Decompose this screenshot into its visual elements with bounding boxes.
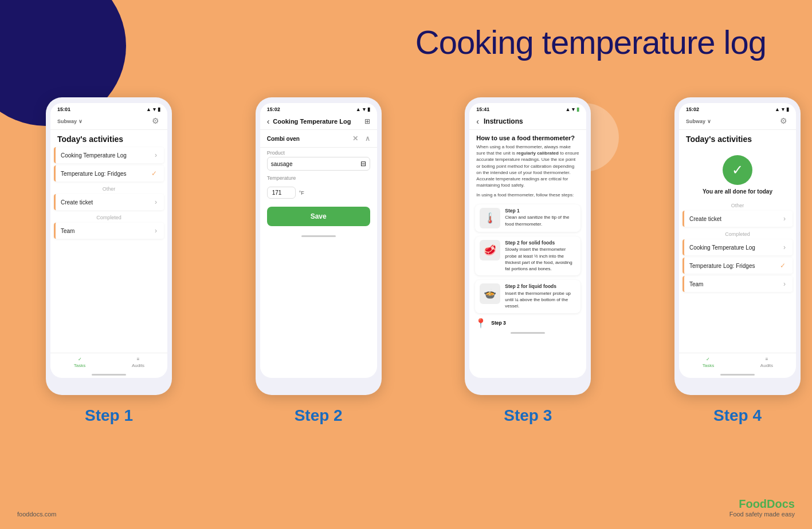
step-3-partial: 📍 Step 3 — [469, 315, 586, 329]
phone-2-status-icons: ▲ ▾ ▮ — [356, 106, 370, 112]
signal-icon: ▲ — [146, 106, 151, 112]
battery-icon: ▮ — [158, 106, 160, 112]
wifi-icon: ▾ — [572, 106, 575, 112]
list-item[interactable]: Temperature Log: Fridges ✓ — [54, 165, 164, 181]
chevron-up-icon[interactable]: ∧ — [365, 135, 370, 143]
signal-icon: ▲ — [775, 106, 780, 112]
nav-audits[interactable]: ≡ Audits — [738, 357, 796, 368]
chevron-right-icon: › — [155, 198, 157, 206]
gear-icon[interactable]: ⚙ — [150, 116, 160, 126]
phone-2-section: Combi oven ✕ ∧ — [260, 130, 377, 148]
phone-4-section-title: Today's activities — [679, 130, 796, 146]
chevron-right-icon: › — [783, 243, 786, 251]
save-button[interactable]: Save — [267, 207, 370, 226]
wifi-icon: ▾ — [363, 106, 366, 112]
section-completed: Completed — [50, 211, 167, 222]
back-icon[interactable]: ‹ — [267, 117, 270, 126]
phone-2-inner: 15:02 ▲ ▾ ▮ ‹ Cooking Temperature Log ⊞ … — [260, 103, 377, 378]
phone-1-header: Subway ∨ ⚙ — [50, 113, 167, 130]
phone-2-header: ‹ Cooking Temperature Log ⊞ — [260, 113, 377, 130]
section-other: Other — [50, 183, 167, 193]
step-label-3: Step 3 — [465, 406, 591, 425]
phones-row: 15:01 ▲ ▾ ▮ Subway ∨ ⚙ Today's activitie… — [46, 97, 801, 395]
audits-icon: ≡ — [766, 357, 768, 362]
phone-2-temperature-row: 171 °F — [260, 184, 377, 201]
product-value[interactable]: sausage ⊟ — [267, 157, 370, 171]
nav-audits[interactable]: ≡ Audits — [109, 357, 167, 368]
phone-3-time: 15:41 — [476, 106, 489, 112]
back-icon[interactable]: ‹ — [476, 117, 479, 126]
phone-3: 15:41 ▲ ▾ ▮ ‹ Instructions How to use a … — [465, 97, 591, 395]
tasks-icon: ✓ — [706, 357, 710, 362]
temperature-value[interactable]: 171 — [267, 187, 296, 199]
gear-icon[interactable]: ⚙ — [779, 116, 789, 126]
list-item[interactable]: Cooking Temperature Log › — [682, 239, 793, 255]
footer-brand: FoodDocs Food safety made easy — [729, 498, 795, 518]
battery-icon: ▮ — [786, 106, 789, 112]
phone-4-header: Subway ∨ ⚙ — [679, 113, 796, 130]
phone-3-header: ‹ Instructions — [469, 113, 586, 130]
phone-3-title: Instructions — [484, 117, 523, 125]
step-card-3: 🍲 Step 2 for liquid foods Insert the the… — [475, 280, 580, 313]
footer-url: fooddocs.com — [17, 511, 56, 518]
tasks-icon: ✓ — [78, 357, 82, 362]
list-item[interactable]: Create ticket › — [682, 211, 793, 227]
chevron-right-icon: › — [155, 227, 157, 235]
done-area: ✓ You are all done for today — [679, 146, 796, 199]
done-text: You are all done for today — [703, 188, 772, 195]
phone-4-location[interactable]: Subway ∨ — [686, 117, 711, 124]
temperature-unit: °F — [299, 190, 304, 199]
list-item[interactable]: Team › — [54, 223, 164, 239]
phone-4-inner: 15:02 ▲ ▾ ▮ Subway ∨ ⚙ Today's activitie… — [679, 103, 796, 378]
chevron-right-icon: › — [155, 151, 157, 159]
brand-tagline: Food safety made easy — [729, 511, 795, 518]
step-card-1: 🌡️ Step 1 Clean and sanitize the tip of … — [475, 204, 580, 232]
chevron-right-icon: › — [783, 215, 786, 223]
how-to-title: How to use a food thermometer? — [469, 130, 586, 144]
scan-icon: ⊟ — [360, 160, 366, 168]
audits-icon: ≡ — [137, 357, 140, 362]
signal-icon: ▲ — [565, 106, 570, 112]
done-check-circle: ✓ — [723, 155, 752, 185]
phone-1-location[interactable]: Subway ∨ — [57, 117, 83, 124]
step-2-solid-icon: 🥩 — [480, 240, 500, 260]
steps-row: Step 1 Step 2 Step 3 Step 4 — [46, 406, 801, 425]
check-icon: ✓ — [151, 169, 157, 177]
phone-2-status-bar: 15:02 ▲ ▾ ▮ — [260, 103, 377, 113]
phone-1-status-bar: 15:01 ▲ ▾ ▮ — [50, 103, 167, 113]
step-1-text: Step 1 Clean and sanitize the tip of the… — [505, 208, 576, 227]
nav-tasks[interactable]: ✓ Tasks — [50, 357, 109, 368]
close-icon[interactable]: ✕ — [352, 135, 358, 143]
list-item[interactable]: Team › — [682, 276, 793, 292]
product-label: Product — [267, 150, 370, 156]
phone-4-time: 15:02 — [686, 106, 699, 112]
home-indicator — [511, 332, 545, 334]
list-item[interactable]: Create ticket › — [54, 194, 164, 210]
home-indicator — [301, 235, 336, 237]
step-label-2: Step 2 — [256, 406, 382, 425]
phone-1-section-title: Today's activities — [50, 130, 167, 146]
nav-tasks[interactable]: ✓ Tasks — [679, 357, 738, 368]
step-2-solid-text: Step 2 for solid foods Slowly insert the… — [505, 240, 576, 273]
check-icon: ✓ — [780, 262, 786, 270]
battery-icon: ▮ — [576, 106, 579, 112]
phone-1: 15:01 ▲ ▾ ▮ Subway ∨ ⚙ Today's activitie… — [46, 97, 172, 395]
phone-3-status-icons: ▲ ▾ ▮ — [565, 106, 579, 112]
intro-text-2: In using a food thermometer, follow thes… — [469, 192, 586, 202]
step-label-4: Step 4 — [674, 406, 801, 425]
temperature-label: Temperature — [267, 175, 370, 181]
phone-1-bottom-nav: ✓ Tasks ≡ Audits — [50, 353, 167, 370]
home-indicator — [92, 374, 126, 376]
phone-1-inner: 15:01 ▲ ▾ ▮ Subway ∨ ⚙ Today's activitie… — [50, 103, 167, 378]
battery-icon: ▮ — [367, 106, 370, 112]
list-item[interactable]: Temperature Log: Fridges ✓ — [682, 258, 793, 274]
home-indicator — [720, 374, 755, 376]
copy-icon[interactable]: ⊞ — [364, 117, 370, 125]
phone-2-title: Cooking Temperature Log — [273, 118, 360, 125]
brand-name: FoodDocs — [739, 498, 795, 511]
list-item[interactable]: Cooking Temperature Log › — [54, 147, 164, 163]
phone-2: 15:02 ▲ ▾ ▮ ‹ Cooking Temperature Log ⊞ … — [256, 97, 382, 395]
phone-2-product-field: Product sausage ⊟ — [260, 148, 377, 173]
signal-icon: ▲ — [356, 106, 361, 112]
step-label-1: Step 1 — [46, 406, 172, 425]
